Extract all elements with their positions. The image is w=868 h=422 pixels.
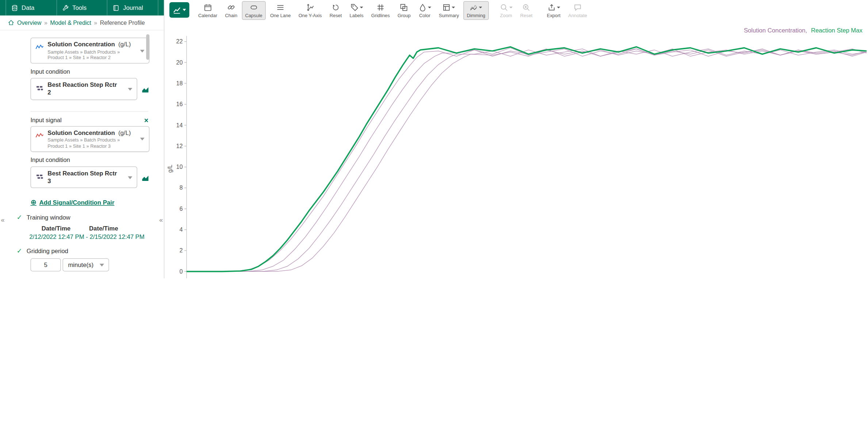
svg-text:20: 20 [176, 59, 183, 66]
condition-preview-chart-icon[interactable] [141, 174, 150, 183]
check-icon: ✓ [16, 214, 24, 221]
chart-legend: Solution Concentration, Reaction Step Ma… [744, 27, 863, 34]
chart-canvas[interactable]: 2220181614121086420-20.000:301h1:302h2:3… [164, 20, 868, 278]
collapse-data-panel-handle[interactable]: « [0, 214, 5, 225]
reference-profile-form: Solution Concentration (g/L) Sample Asse… [0, 31, 164, 278]
breadcrumb: Overview » Model & Predict » Reference P… [0, 15, 164, 30]
svg-text:2: 2 [179, 247, 183, 253]
signal-name: Solution Concentration [47, 41, 115, 47]
summary-icon [443, 3, 451, 12]
remove-pair-icon[interactable]: × [144, 116, 149, 124]
breadcrumb-model-predict[interactable]: Model & Predict [50, 19, 91, 26]
toolbar-button-export[interactable]: Export [543, 1, 563, 20]
group-icon [400, 3, 408, 12]
condition-icon [35, 84, 44, 93]
gridding-unit-select[interactable]: minute(s) [62, 258, 109, 271]
zoom-icon [500, 3, 508, 12]
line-chart-icon [173, 6, 181, 14]
toolbar-button-zoom: Zoom [496, 1, 516, 20]
toolbar-button-label: Gridlines [371, 13, 390, 18]
breadcrumb-overview[interactable]: Overview [17, 19, 41, 26]
add-signal-condition-pair-link[interactable]: ⊕ Add Signal/Condition Pair [30, 198, 149, 206]
reset-icon [332, 3, 340, 12]
condition-select-pair1[interactable]: Best Reaction Step Rctr 2 [30, 78, 137, 100]
svg-text:0: 0 [179, 268, 183, 275]
toolbar-button-label: Chain [225, 13, 237, 18]
toolbar-button-group[interactable]: Group [394, 1, 414, 20]
tab-journal-label: Journal [123, 4, 143, 11]
collapse-tools-panel-handle[interactable]: « [158, 214, 164, 225]
tab-journal[interactable]: Journal [108, 0, 158, 15]
chart-type-button[interactable] [169, 2, 190, 18]
sidebar-tabbar: Data Tools Journal [0, 0, 164, 15]
toolbar-button-label: Color [419, 13, 431, 18]
condition-name: Best Reaction Step Rctr 2 [47, 81, 121, 97]
breadcrumb-current: Reference Profile [100, 19, 145, 26]
toolbar-button-label: One Y-Axis [298, 13, 322, 18]
datetime-col-header: Date/Time [89, 225, 118, 232]
breadcrumb-separator: » [44, 19, 47, 26]
tab-tools[interactable]: Tools [57, 0, 108, 15]
signal-select-pair2[interactable]: Solution Concentration (g/L) Sample Asse… [30, 126, 149, 152]
home-icon[interactable] [8, 19, 14, 26]
gridding-value-input[interactable]: 5 [30, 258, 61, 271]
chevron-down-icon [128, 176, 132, 179]
signal-path: Sample Assets » Batch Products » Product… [47, 138, 137, 149]
tab-tools-label: Tools [72, 4, 87, 11]
toolbar-button-calendar[interactable]: Calendar [195, 1, 221, 20]
toolbar-button-zoom-reset: Reset [517, 1, 536, 20]
toolbar-button-label: Capsule [245, 13, 262, 18]
chevron-down-icon [452, 7, 455, 8]
trend-chart[interactable]: 2220181614121086420-20.000:301h1:302h2:3… [164, 20, 868, 278]
toolbar-button-gridlines[interactable]: Gridlines [368, 1, 393, 20]
toolbar-button-label: Annotate [568, 13, 587, 18]
gridding-value: 5 [44, 262, 47, 268]
toolbar-button-labels[interactable]: Labels [346, 1, 367, 20]
calendar-icon [203, 3, 212, 12]
toolbar-button-capsule[interactable]: Capsule [242, 1, 265, 20]
condition-select-pair2[interactable]: Best Reaction Step Rctr 3 [30, 166, 137, 188]
color-icon [418, 3, 427, 12]
toolbar-button-dimming[interactable]: Dimming [463, 1, 489, 20]
workbench: Data Tools Journal Overview » Model & Pr… [0, 0, 868, 278]
database-icon [11, 4, 18, 11]
toolbar-button-label: Summary [439, 13, 459, 18]
condition-icon [35, 173, 44, 181]
sidebar-scrollbar[interactable] [146, 34, 149, 60]
training-window-label: Training window [27, 214, 70, 221]
labels-icon [350, 3, 359, 12]
toolbar-button-label: Reset [520, 13, 532, 18]
tab-data[interactable]: Data [5, 0, 57, 15]
signal-icon [35, 131, 44, 140]
export-icon [547, 3, 556, 12]
input-condition-label: Input condition [30, 68, 149, 75]
toolbar-button-reset[interactable]: Reset [326, 1, 345, 20]
one-lane-icon [276, 3, 285, 12]
toolbar-button-color[interactable]: Color [415, 1, 435, 20]
chevron-down-icon [428, 7, 431, 8]
chain-icon [227, 3, 236, 12]
svg-text:8: 8 [179, 185, 183, 191]
datetime-col-header: Date/Time [42, 225, 89, 232]
toolbar-button-label: Dimming [467, 13, 485, 18]
journal-icon [112, 4, 120, 11]
legend-reaction-step-max: Reaction Step Max [811, 27, 863, 34]
input-condition-label: Input condition [30, 156, 149, 163]
annotate-icon [573, 3, 582, 12]
svg-text:12: 12 [176, 143, 183, 149]
svg-text:10: 10 [176, 164, 183, 170]
signal-icon [35, 43, 44, 51]
toolbar-button-one-lane[interactable]: One Lane [267, 1, 294, 20]
toolbar-button-label: Reset [329, 13, 342, 18]
toolbar-button-label: One Lane [270, 13, 291, 18]
gridlines-icon [376, 3, 385, 12]
toolbar-button-one-y-axis[interactable]: One Y-Axis [295, 1, 325, 20]
chevron-down-icon [140, 50, 145, 53]
training-end-link[interactable]: 2/15/2022 12:47 PM [89, 233, 144, 240]
training-start-link[interactable]: 2/12/2022 12:47 PM [29, 233, 84, 240]
toolbar-button-chain[interactable]: Chain [222, 1, 241, 20]
signal-select-pair1[interactable]: Solution Concentration (g/L) Sample Asse… [30, 38, 149, 63]
condition-preview-chart-icon[interactable] [141, 86, 150, 94]
svg-text:4: 4 [179, 227, 183, 233]
toolbar-button-summary[interactable]: Summary [436, 1, 462, 20]
